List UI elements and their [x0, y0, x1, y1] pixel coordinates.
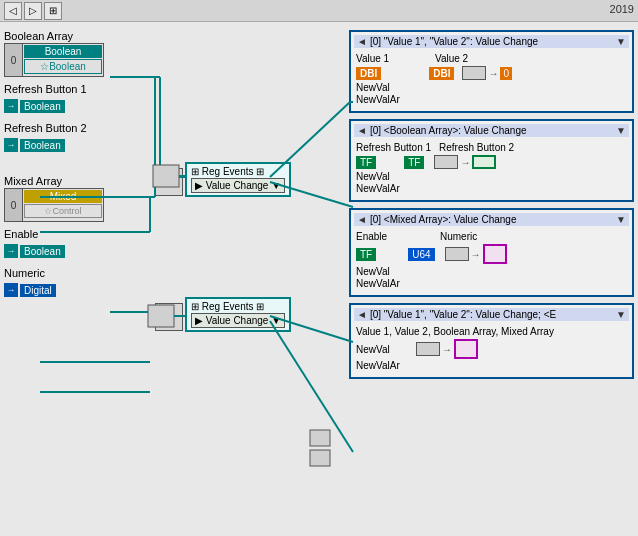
boolean-array-inner: Boolean ☆Boolean — [23, 44, 103, 76]
ev3-arrow-right-icon: ▼ — [616, 214, 626, 225]
ev3-col1-label: Enable — [356, 231, 406, 242]
refresh2-btn[interactable]: → Boolean — [4, 135, 164, 155]
event-header-2-left: ◄ [0] <Boolean Array>: Value Change — [357, 125, 527, 136]
reg-events-2-group: ⊡ ⊞ Reg Events ⊞ ▶ Value Change ▼ — [185, 297, 291, 332]
ev1-connector-a — [462, 66, 486, 80]
ev1-chips-row: DBI DBI → 0 — [356, 66, 627, 80]
ev3-u64: U64 — [408, 248, 434, 261]
refresh1-tag: Boolean — [20, 100, 65, 113]
refresh2-arrow-icon: → — [4, 138, 18, 152]
ev2-newval-row: NewVal — [356, 171, 627, 182]
ev3-purple-box — [483, 244, 507, 264]
event-header-3: ◄ [0] <Mixed Array>: Value Change ▼ — [354, 213, 629, 226]
reg-events-1[interactable]: ⊞ Reg Events ⊞ ▶ Value Change ▼ — [185, 162, 291, 197]
numeric-btn[interactable]: → Digital — [4, 280, 164, 300]
boolean-cell-2: ☆Boolean — [24, 59, 102, 74]
ev2-newval-label: NewVal — [356, 171, 411, 182]
ev4-newvalar-label: NewValAr — [356, 360, 411, 371]
reg-events-1-group: ⊡ ⊞ Reg Events ⊞ ▶ Value Change ▼ — [185, 162, 291, 197]
event-header-1: ◄ [0] "Value 1", "Value 2": Value Change… — [354, 35, 629, 48]
mixed-cell-1: Mixed — [24, 190, 102, 203]
ev3-labels-row: Enable Numeric — [356, 231, 627, 242]
reg-events-1-title: ⊞ Reg Events ⊞ — [191, 166, 285, 177]
enable-arrow-icon: → — [4, 244, 18, 258]
ev1-newvalar-row: NewValAr — [356, 94, 627, 105]
ev3-connector-a — [445, 247, 469, 261]
numeric-label: Numeric — [4, 267, 164, 279]
boolean-array-index: 0 — [5, 44, 23, 76]
enable-tag: Boolean — [20, 245, 65, 258]
refresh1-group: Refresh Button 1 → Boolean — [4, 83, 164, 116]
ev2-arrow-wire: → — [460, 157, 470, 168]
refresh1-label: Refresh Button 1 — [4, 83, 164, 95]
forward-button[interactable]: ▷ — [24, 2, 42, 20]
event-body-3: Enable Numeric TF U64 → NewVal — [354, 229, 629, 292]
refresh2-label: Refresh Button 2 — [4, 122, 164, 134]
ev4-arrow-right-icon: ▼ — [616, 309, 626, 320]
ev3-header-text: [0] <Mixed Array>: Value Change — [370, 214, 517, 225]
enable-group: Enable → Boolean — [4, 228, 164, 261]
reg-events-2[interactable]: ⊞ Reg Events ⊞ ▶ Value Change ▼ — [185, 297, 291, 332]
connector-1: ⊡ — [155, 168, 183, 196]
ev2-chips-row: TF TF → — [356, 155, 627, 169]
ev4-arrow-wire: → — [442, 344, 452, 355]
ev3-arrow-left-icon: ◄ — [357, 214, 367, 225]
ev1-arrow-wire: → — [488, 68, 498, 79]
ev3-newvalar-label: NewValAr — [356, 278, 411, 289]
ev3-newvalar-row: NewValAr — [356, 278, 627, 289]
ev2-newvalar-label: NewValAr — [356, 183, 411, 194]
ev4-header-text: [0] "Value 1", "Value 2": Value Change; … — [370, 309, 556, 320]
ev2-green-box — [472, 155, 496, 169]
refresh1-btn[interactable]: → Boolean — [4, 96, 164, 116]
event-header-3-left: ◄ [0] <Mixed Array>: Value Change — [357, 214, 516, 225]
ev4-body-row: Value 1, Value 2, Boolean Array, Mixed A… — [356, 326, 627, 337]
ev1-newval-label: NewVal — [356, 82, 411, 93]
event-body-2: Refresh Button 1 Refresh Button 2 TF TF … — [354, 140, 629, 197]
event-block-3: ◄ [0] <Mixed Array>: Value Change ▼ Enab… — [349, 208, 634, 297]
refresh1-arrow-icon: → — [4, 99, 18, 113]
event-header-2: ◄ [0] <Boolean Array>: Value Change ▼ — [354, 124, 629, 137]
right-panel: ◄ [0] "Value 1", "Value 2": Value Change… — [349, 30, 634, 385]
mixed-array-box[interactable]: 0 Mixed ☆Control — [4, 188, 104, 222]
mixed-array-index: 0 — [5, 189, 23, 221]
ev2-newvalar-row: NewValAr — [356, 183, 627, 194]
svg-rect-20 — [310, 430, 330, 446]
value-change-1[interactable]: ▶ Value Change ▼ — [191, 178, 285, 193]
value-change-2[interactable]: ▶ Value Change ▼ — [191, 313, 285, 328]
year-label: 2019 — [610, 3, 634, 15]
ev1-newvalar-label: NewValAr — [356, 94, 411, 105]
ev1-arrow-right-icon: ▼ — [616, 36, 626, 47]
ev1-arrow-left-icon: ◄ — [357, 36, 367, 47]
enable-btn[interactable]: → Boolean — [4, 241, 164, 261]
ev2-connector-a — [434, 155, 458, 169]
ev1-tags-row: Value 1 Value 2 — [356, 53, 627, 64]
svg-rect-21 — [310, 450, 330, 466]
ev3-newval-row: NewVal — [356, 266, 627, 277]
numeric-group: Numeric → Digital — [4, 267, 164, 300]
ev3-chips-row: TF U64 → — [356, 244, 627, 264]
main-canvas: Boolean Array 0 Boolean ☆Boolean Refresh… — [0, 22, 638, 536]
toolbar: ◁ ▷ ⊞ 2019 — [0, 0, 638, 22]
ev1-dbi-2: DBI — [429, 67, 454, 80]
refresh2-tag: Boolean — [20, 139, 65, 152]
event-block-2: ◄ [0] <Boolean Array>: Value Change ▼ Re… — [349, 119, 634, 202]
ev2-col2-label: Refresh Button 2 — [439, 142, 514, 153]
ev4-newval-label: NewVal — [356, 344, 411, 355]
mixed-array-inner: Mixed ☆Control — [23, 189, 103, 221]
boolean-array-box[interactable]: 0 Boolean ☆Boolean — [4, 43, 104, 77]
grid-button[interactable]: ⊞ — [44, 2, 62, 20]
event-block-4: ◄ [0] "Value 1", "Value 2": Value Change… — [349, 303, 634, 379]
event-block-1: ◄ [0] "Value 1", "Value 2": Value Change… — [349, 30, 634, 113]
ev1-col2-label: Value 2 — [435, 53, 500, 64]
back-button[interactable]: ◁ — [4, 2, 22, 20]
mixed-cell-2: ☆Control — [24, 204, 102, 218]
ev3-arrow-wire: → — [471, 249, 481, 260]
numeric-tag: Digital — [20, 284, 56, 297]
grid-icon: ⊞ — [49, 5, 57, 16]
ev1-col1-label: Value 1 — [356, 53, 421, 64]
event-header-1-left: ◄ [0] "Value 1", "Value 2": Value Change — [357, 36, 538, 47]
svg-line-19 — [270, 321, 353, 452]
ev4-newvalar-row: NewValAr — [356, 360, 627, 371]
ev3-col2-label: Numeric — [440, 231, 477, 242]
enable-label: Enable — [4, 228, 164, 240]
